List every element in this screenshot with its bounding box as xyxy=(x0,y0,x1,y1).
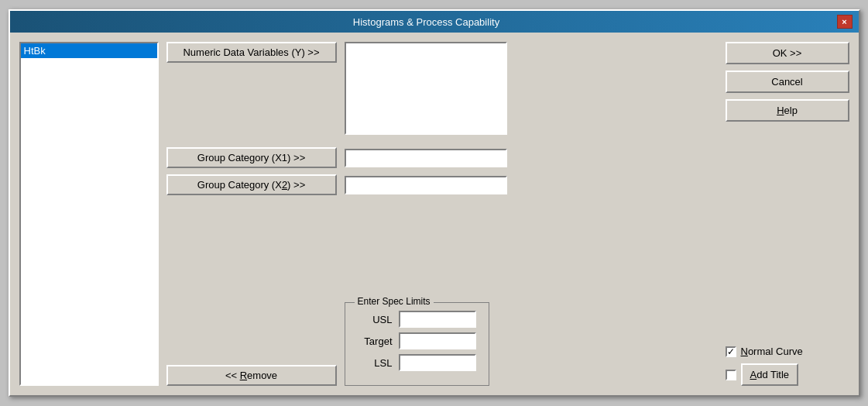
numeric-data-button[interactable]: Numeric Data Variables (Y) >> xyxy=(166,42,337,63)
spec-limits-box: Enter Spec Limits USL Target LSL xyxy=(345,302,489,386)
add-title-row: Add Title xyxy=(726,363,849,386)
group-x1-button[interactable]: Group Category (X1) >> xyxy=(166,147,337,168)
normal-curve-row: ✓ Normal Curve xyxy=(726,346,849,357)
usl-label: USL xyxy=(358,314,393,325)
group-x2-button[interactable]: Group Category (X2) >> xyxy=(166,174,337,195)
add-title-underline: A xyxy=(750,369,757,380)
normal-curve-checkbox[interactable]: ✓ xyxy=(726,346,736,357)
target-label: Target xyxy=(358,335,393,347)
title-bar: Histograms & Process Capability × xyxy=(10,11,859,33)
add-title-button[interactable]: Add Title xyxy=(741,363,799,386)
group-x1-row: Group Category (X1) >> xyxy=(166,147,718,168)
main-window: Histograms & Process Capability × HtBk N… xyxy=(9,9,860,397)
window-title: Histograms & Process Capability xyxy=(16,16,837,28)
right-panel: OK >> Cancel Help ✓ Normal Curve Add Tit… xyxy=(726,42,849,386)
lsl-row: LSL xyxy=(358,354,476,371)
group-x1-input[interactable] xyxy=(345,149,507,167)
x2-underline: 2 xyxy=(282,179,287,191)
ok-button[interactable]: OK >> xyxy=(726,42,849,64)
normal-curve-underline: N xyxy=(741,346,748,357)
target-row: Target xyxy=(358,332,476,349)
group-x2-row: Group Category (X2) >> xyxy=(166,174,718,195)
list-item[interactable]: HtBk xyxy=(21,43,157,58)
middle-panel: Numeric Data Variables (Y) >> Group Cate… xyxy=(166,42,718,386)
variable-list[interactable]: HtBk xyxy=(19,42,159,386)
remove-btn-area: << Remove xyxy=(166,365,337,386)
help-button[interactable]: Help xyxy=(726,99,849,122)
remove-underline: R xyxy=(240,370,247,381)
lsl-label: LSL xyxy=(358,357,393,369)
category-rows: Group Category (X1) >> Group Category (X… xyxy=(166,147,718,195)
content-area: HtBk Numeric Data Variables (Y) >> Group… xyxy=(10,33,859,395)
close-button[interactable]: × xyxy=(837,15,853,29)
lsl-input[interactable] xyxy=(399,354,476,371)
top-row: Numeric Data Variables (Y) >> xyxy=(166,42,718,135)
cancel-button[interactable]: Cancel xyxy=(726,71,849,93)
options-panel: ✓ Normal Curve Add Title xyxy=(726,346,849,386)
spec-limits-legend: Enter Spec Limits xyxy=(355,296,434,307)
numeric-output-box xyxy=(345,42,507,135)
group-x2-input[interactable] xyxy=(345,176,507,194)
remove-button[interactable]: << Remove xyxy=(166,365,337,386)
usl-row: USL xyxy=(358,311,476,328)
help-underline: H xyxy=(777,105,784,116)
add-title-checkbox[interactable] xyxy=(726,370,736,380)
usl-input[interactable] xyxy=(399,311,476,328)
bottom-area: << Remove Enter Spec Limits USL Target L… xyxy=(166,302,718,386)
target-input[interactable] xyxy=(399,332,476,349)
normal-curve-label: Normal Curve xyxy=(741,346,803,357)
